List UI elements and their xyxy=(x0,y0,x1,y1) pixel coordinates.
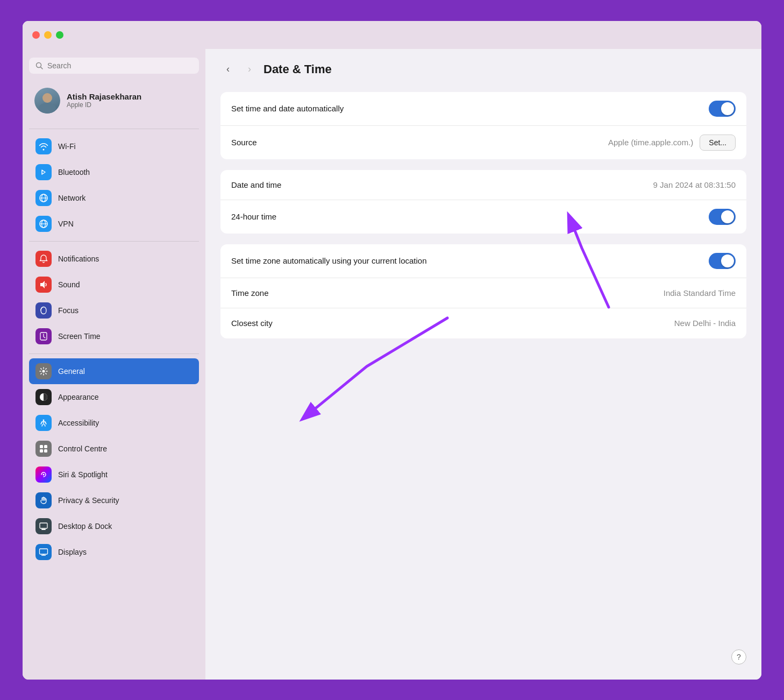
maximize-button[interactable] xyxy=(56,31,63,39)
focus-icon xyxy=(35,302,52,319)
timezone-auto-toggle[interactable] xyxy=(709,253,736,269)
sidebar-item-label-siri: Siri & Spotlight xyxy=(58,470,108,479)
svg-rect-18 xyxy=(40,523,47,528)
sidebar-item-privacy[interactable]: Privacy & Security xyxy=(29,487,199,513)
user-profile[interactable]: Atish Rajasekharan Apple ID xyxy=(29,83,199,118)
datetime-row: Date and time 9 Jan 2024 at 08:31:50 xyxy=(220,170,746,200)
sidebar-item-focus[interactable]: Focus xyxy=(29,298,199,323)
sidebar-item-label-sound: Sound xyxy=(58,280,80,289)
svg-marker-8 xyxy=(40,281,45,288)
24hour-toggle[interactable] xyxy=(709,209,736,225)
set-auto-row: Set time and date automatically xyxy=(220,92,746,126)
timezone-row: Time zone India Standard Time xyxy=(220,278,746,308)
titlebar xyxy=(23,21,761,49)
sidebar-item-displays[interactable]: Displays xyxy=(29,539,199,565)
app-window: Atish Rajasekharan Apple ID Wi-Fi xyxy=(21,19,763,681)
timezone-auto-label: Set time zone automatically using your c… xyxy=(231,256,427,265)
sidebar-divider2 xyxy=(29,241,199,242)
sidebar-item-label-general: General xyxy=(58,367,85,376)
content-header: ‹ › Date & Time xyxy=(220,62,746,77)
svg-rect-14 xyxy=(44,445,47,448)
sidebar-item-appearance[interactable]: Appearance xyxy=(29,384,199,410)
closest-city-label: Closest city xyxy=(231,319,273,328)
sidebar-item-accessibility[interactable]: Accessibility xyxy=(29,410,199,436)
set-auto-toggle[interactable] xyxy=(709,101,736,117)
privacy-icon xyxy=(35,492,52,508)
wifi-icon xyxy=(35,138,52,154)
set-button[interactable]: Set... xyxy=(700,135,736,151)
desktop-icon xyxy=(35,518,52,534)
sidebar-item-label-desktop: Desktop & Dock xyxy=(58,522,112,531)
sidebar-item-wifi[interactable]: Wi-Fi xyxy=(29,133,199,159)
sidebar-item-screentime[interactable]: Screen Time xyxy=(29,323,199,349)
svg-rect-16 xyxy=(44,449,47,452)
sidebar-item-bluetooth[interactable]: Bluetooth xyxy=(29,159,199,185)
sidebar-item-notifications[interactable]: Notifications xyxy=(29,246,199,272)
sidebar-item-label-network: Network xyxy=(58,194,85,202)
siri-icon xyxy=(35,466,52,483)
sidebar-item-label-bluetooth: Bluetooth xyxy=(58,168,90,176)
sidebar-item-label-vpn: VPN xyxy=(58,220,74,228)
datetime-label: Date and time xyxy=(231,180,281,189)
sidebar-item-controlcenter[interactable]: Control Centre xyxy=(29,436,199,462)
back-button[interactable]: ‹ xyxy=(220,62,236,77)
search-input[interactable] xyxy=(47,61,193,70)
screentime-icon xyxy=(35,328,52,344)
sidebar-item-desktop[interactable]: Desktop & Dock xyxy=(29,513,199,539)
24hour-row: 24-hour time xyxy=(220,200,746,234)
svg-point-12 xyxy=(43,419,45,421)
svg-point-10 xyxy=(42,370,45,372)
sidebar-item-label-notifications: Notifications xyxy=(58,254,99,263)
main-content: Atish Rajasekharan Apple ID Wi-Fi xyxy=(23,49,761,680)
source-row: Source Apple (time.apple.com.) Set... xyxy=(220,126,746,159)
notifications-icon xyxy=(35,251,52,267)
svg-rect-13 xyxy=(40,445,43,448)
date-display-group: Date and time 9 Jan 2024 at 08:31:50 24-… xyxy=(220,170,746,234)
bluetooth-icon xyxy=(35,164,52,180)
svg-rect-15 xyxy=(40,449,43,452)
minimize-button[interactable] xyxy=(44,31,52,39)
sidebar-item-sound[interactable]: Sound xyxy=(29,272,199,298)
svg-line-1 xyxy=(41,67,43,69)
close-button[interactable] xyxy=(32,31,40,39)
search-icon xyxy=(35,62,43,69)
sidebar-divider3 xyxy=(29,353,199,354)
time-auto-group: Set time and date automatically Source A… xyxy=(220,92,746,159)
source-value: Apple (time.apple.com.) xyxy=(608,138,693,147)
timezone-value: India Standard Time xyxy=(664,288,736,298)
sidebar-item-label-focus: Focus xyxy=(58,306,79,315)
source-label: Source xyxy=(231,138,257,147)
svg-point-17 xyxy=(43,473,45,475)
general-icon xyxy=(35,363,52,379)
help-button[interactable]: ? xyxy=(731,649,746,664)
avatar xyxy=(34,88,60,114)
vpn-icon xyxy=(35,216,52,232)
network-icon xyxy=(35,190,52,206)
sidebar-item-label-privacy: Privacy & Security xyxy=(58,496,119,505)
sidebar-item-label-displays: Displays xyxy=(58,548,87,556)
sidebar-item-label-controlcenter: Control Centre xyxy=(58,444,107,453)
user-subtitle: Apple ID xyxy=(67,101,141,109)
source-right: Apple (time.apple.com.) Set... xyxy=(608,135,736,151)
sidebar-item-general[interactable]: General xyxy=(29,358,199,384)
content-area: ‹ › Date & Time Set time and date automa… xyxy=(205,49,761,680)
sidebar-item-label-accessibility: Accessibility xyxy=(58,419,99,427)
sidebar-item-vpn[interactable]: VPN xyxy=(29,211,199,237)
accessibility-icon xyxy=(35,415,52,431)
sidebar-item-network[interactable]: Network xyxy=(29,185,199,211)
sidebar-divider xyxy=(29,129,199,129)
timezone-group: Set time zone automatically using your c… xyxy=(220,244,746,338)
sidebar-item-siri[interactable]: Siri & Spotlight xyxy=(29,462,199,487)
closest-city-row: Closest city New Delhi - India xyxy=(220,308,746,338)
user-info: Atish Rajasekharan Apple ID xyxy=(67,92,141,109)
displays-icon xyxy=(35,544,52,560)
sound-icon xyxy=(35,277,52,293)
user-name: Atish Rajasekharan xyxy=(67,92,141,101)
closest-city-value: New Delhi - India xyxy=(674,319,736,328)
datetime-value: 9 Jan 2024 at 08:31:50 xyxy=(653,180,736,189)
appearance-icon xyxy=(35,389,52,405)
search-bar[interactable] xyxy=(29,58,199,74)
forward-button[interactable]: › xyxy=(242,62,257,77)
sidebar: Atish Rajasekharan Apple ID Wi-Fi xyxy=(23,49,205,680)
sidebar-item-label-wifi: Wi-Fi xyxy=(58,142,76,151)
